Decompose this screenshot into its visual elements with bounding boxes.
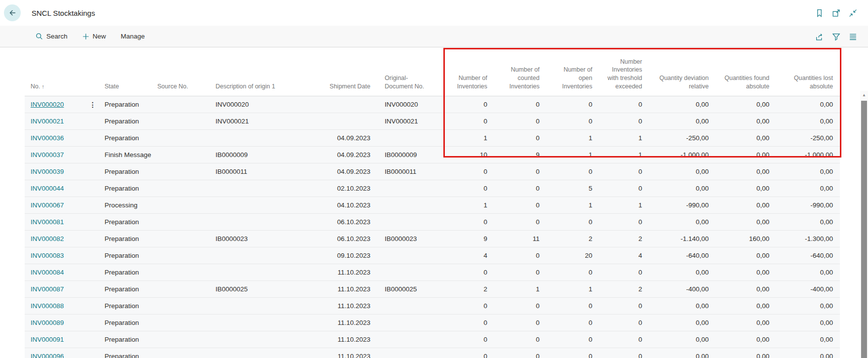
vertical-scrollbar[interactable]: ▲ xyxy=(860,91,868,358)
cell-description[interactable]: IB0000025 xyxy=(210,281,318,298)
cell-threshold_exceeded[interactable]: 1 xyxy=(598,130,648,147)
cell-source_no[interactable] xyxy=(151,281,210,298)
cell-threshold_exceeded[interactable]: 0 xyxy=(598,331,648,348)
cell-state[interactable]: Preparation xyxy=(99,331,151,348)
cell-inventories[interactable]: 0 xyxy=(444,298,493,315)
cell-state[interactable]: Preparation xyxy=(99,231,151,247)
cell-lost_absolute[interactable]: -990,00 xyxy=(775,197,840,214)
cell-original_doc_no[interactable]: IB0000025 xyxy=(376,281,444,298)
record-link[interactable]: INV000096 xyxy=(31,353,64,358)
cell-no[interactable]: INV000088 xyxy=(25,298,87,315)
cell-state[interactable]: Preparation xyxy=(99,348,151,358)
cell-state[interactable]: Preparation xyxy=(99,130,151,147)
cell-counted[interactable]: 0 xyxy=(493,163,545,180)
table-row[interactable]: INV000082PreparationIB000002306.10.2023I… xyxy=(25,231,840,247)
cell-counted[interactable]: 0 xyxy=(493,331,545,348)
cell-state[interactable]: Preparation xyxy=(99,180,151,197)
cell-found_absolute[interactable]: 0,00 xyxy=(715,96,775,113)
cell-shipment_date[interactable]: 11.10.2023 xyxy=(318,331,376,348)
cell-description[interactable] xyxy=(210,315,318,331)
table-row[interactable]: INV000039PreparationIB000001104.09.2023I… xyxy=(25,163,840,180)
table-row[interactable]: INV000096Preparation11.10.202300000,000,… xyxy=(25,348,840,358)
cell-inventories[interactable]: 0 xyxy=(444,96,493,113)
cell-description[interactable]: IB0000011 xyxy=(210,163,318,180)
cell-shipment_date[interactable]: 11.10.2023 xyxy=(318,315,376,331)
cell-found_absolute[interactable]: 0,00 xyxy=(715,197,775,214)
cell-lost_absolute[interactable]: -1.000,00 xyxy=(775,147,840,163)
cell-deviation_relative[interactable]: -400,00 xyxy=(648,281,715,298)
column-header-shipment_date[interactable]: Shipment Date xyxy=(318,48,376,96)
table-row[interactable]: INV000067Processing04.10.20231011-990,00… xyxy=(25,197,840,214)
cell-no[interactable]: INV000037 xyxy=(25,147,87,163)
cell-deviation_relative[interactable]: 0,00 xyxy=(648,264,715,281)
table-row[interactable]: INV000081Preparation06.10.202300000,000,… xyxy=(25,214,840,231)
cell-lost_absolute[interactable]: 0,00 xyxy=(775,96,840,113)
cell-source_no[interactable] xyxy=(151,247,210,264)
cell-found_absolute[interactable]: 0,00 xyxy=(715,298,775,315)
cell-original_doc_no[interactable]: IB0000011 xyxy=(376,163,444,180)
cell-inventories[interactable]: 0 xyxy=(444,113,493,130)
cell-description[interactable] xyxy=(210,214,318,231)
scrollbar-thumb[interactable] xyxy=(861,101,867,358)
table-row[interactable]: INV000044Preparation02.10.202300500,000,… xyxy=(25,180,840,197)
cell-lost_absolute[interactable]: 0,00 xyxy=(775,348,840,358)
column-header-state[interactable]: State xyxy=(99,48,151,96)
cell-threshold_exceeded[interactable]: 0 xyxy=(598,163,648,180)
cell-source_no[interactable] xyxy=(151,197,210,214)
cell-original_doc_no[interactable]: INV000020 xyxy=(376,96,444,113)
cell-open[interactable]: 1 xyxy=(545,281,598,298)
cell-shipment_date[interactable]: 11.10.2023 xyxy=(318,264,376,281)
cell-shipment_date[interactable]: 04.09.2023 xyxy=(318,147,376,163)
cell-no[interactable]: INV000091 xyxy=(25,331,87,348)
cell-open[interactable]: 0 xyxy=(545,298,598,315)
cell-deviation_relative[interactable]: 0,00 xyxy=(648,315,715,331)
cell-original_doc_no[interactable] xyxy=(376,214,444,231)
cell-shipment_date[interactable]: 06.10.2023 xyxy=(318,231,376,247)
cell-threshold_exceeded[interactable]: 0 xyxy=(598,315,648,331)
cell-counted[interactable]: 0 xyxy=(493,180,545,197)
cell-shipment_date[interactable] xyxy=(318,96,376,113)
cell-state[interactable]: Preparation xyxy=(99,298,151,315)
cell-no[interactable]: INV000020 xyxy=(25,96,87,113)
share-icon[interactable] xyxy=(815,33,824,41)
record-link[interactable]: INV000081 xyxy=(31,218,64,226)
cell-open[interactable]: 2 xyxy=(545,231,598,247)
cell-state[interactable]: Preparation xyxy=(99,163,151,180)
cell-original_doc_no[interactable]: INV000021 xyxy=(376,113,444,130)
cell-lost_absolute[interactable]: 0,00 xyxy=(775,180,840,197)
cell-deviation_relative[interactable]: 0,00 xyxy=(648,214,715,231)
cell-shipment_date[interactable] xyxy=(318,113,376,130)
cell-description[interactable] xyxy=(210,197,318,214)
cell-counted[interactable]: 0 xyxy=(493,214,545,231)
table-row[interactable]: INV000087PreparationIB000002511.10.2023I… xyxy=(25,281,840,298)
cell-lost_absolute[interactable]: 0,00 xyxy=(775,163,840,180)
cell-inventories[interactable]: 10 xyxy=(444,147,493,163)
cell-original_doc_no[interactable] xyxy=(376,348,444,358)
record-link[interactable]: INV000088 xyxy=(31,302,64,310)
cell-original_doc_no[interactable] xyxy=(376,180,444,197)
cell-description[interactable] xyxy=(210,264,318,281)
record-link[interactable]: INV000089 xyxy=(31,319,64,326)
cell-deviation_relative[interactable]: 0,00 xyxy=(648,331,715,348)
cell-original_doc_no[interactable] xyxy=(376,264,444,281)
cell-shipment_date[interactable]: 11.10.2023 xyxy=(318,348,376,358)
cell-threshold_exceeded[interactable]: 2 xyxy=(598,231,648,247)
cell-original_doc_no[interactable] xyxy=(376,298,444,315)
cell-threshold_exceeded[interactable]: 0 xyxy=(598,214,648,231)
record-link[interactable]: INV000091 xyxy=(31,336,64,343)
cell-row-menu[interactable]: ⋮ xyxy=(87,96,99,113)
column-header-original_doc_no[interactable]: Original- Document No. xyxy=(376,48,444,96)
table-row[interactable]: INV000089Preparation11.10.202300000,000,… xyxy=(25,315,840,331)
cell-no[interactable]: INV000036 xyxy=(25,130,87,147)
cell-description[interactable]: INV000020 xyxy=(210,96,318,113)
cell-threshold_exceeded[interactable]: 1 xyxy=(598,147,648,163)
open-in-new-window-icon[interactable] xyxy=(832,9,840,17)
cell-original_doc_no[interactable]: IB0000009 xyxy=(376,147,444,163)
cell-deviation_relative[interactable]: -1.000,00 xyxy=(648,147,715,163)
back-button[interactable] xyxy=(4,4,21,21)
cell-open[interactable]: 0 xyxy=(545,163,598,180)
cell-no[interactable]: INV000087 xyxy=(25,281,87,298)
cell-open[interactable]: 0 xyxy=(545,348,598,358)
cell-lost_absolute[interactable]: 0,00 xyxy=(775,264,840,281)
cell-counted[interactable]: 0 xyxy=(493,247,545,264)
